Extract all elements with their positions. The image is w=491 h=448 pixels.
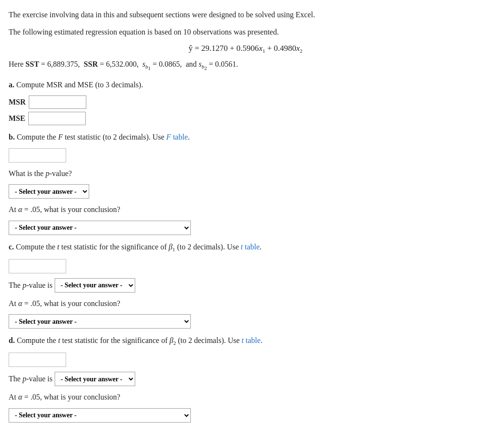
- part-d-pvalue-label: The p-value is: [9, 375, 53, 383]
- given-values: Here SST = 6,889.375, SSR = 6,532.000, s…: [9, 58, 482, 73]
- msr-label: MSR: [9, 98, 26, 106]
- part-d-conclusion-row: - Select your answer - Reject H₀ Do not …: [9, 408, 482, 423]
- part-a-label: a.: [9, 81, 14, 89]
- part-b-conclusion-select[interactable]: - Select your answer - Reject H₀ Do not …: [9, 221, 191, 235]
- part-d-conclusion-select[interactable]: - Select your answer - Reject H₀ Do not …: [9, 408, 191, 423]
- part-d-t-table-link[interactable]: t table: [242, 336, 261, 344]
- part-b-conclusion-row: - Select your answer - Reject H₀ Do not …: [9, 221, 482, 235]
- part-b-label: b.: [9, 133, 15, 141]
- msr-input[interactable]: [29, 95, 86, 109]
- part-b-F-italic: F: [58, 133, 63, 141]
- part-d-instruction: d. Compute the t test statistic for the …: [9, 334, 482, 348]
- part-c-label: c.: [9, 243, 14, 251]
- mse-row: MSE: [9, 112, 482, 125]
- intro-section: The exercise involving data in this and …: [9, 9, 482, 38]
- part-d-label: d.: [9, 336, 15, 344]
- msr-row: MSR: [9, 95, 482, 109]
- part-d-section: d. Compute the t test statistic for the …: [9, 334, 482, 422]
- mse-input[interactable]: [28, 112, 86, 125]
- part-c-instruction: c. Compute the t test statistic for the …: [9, 241, 482, 254]
- part-d-pvalue-row: The p-value is - Select your answer - le…: [9, 372, 482, 386]
- part-b-f-stat-input[interactable]: [9, 148, 66, 163]
- part-b-pvalue-label: What is the p-value?: [9, 167, 482, 180]
- part-b-instruction: b. Compute the F test statistic (to 2 de…: [9, 131, 482, 143]
- part-c-conclusion-label: At α = .05, what is your conclusion?: [9, 297, 482, 310]
- part-c-conclusion-select[interactable]: - Select your answer - Reject H₀ Do not …: [9, 314, 191, 329]
- part-c-pvalue-select[interactable]: - Select your answer - less than .01 bet…: [55, 278, 135, 293]
- part-b-section: b. Compute the F test statistic (to 2 de…: [9, 131, 482, 235]
- intro-line1: The exercise involving data in this and …: [9, 9, 482, 21]
- part-c-t-stat-input[interactable]: [9, 259, 66, 273]
- equation-display: ŷ = 29.1270 + 0.5906x1 + 0.4980x2: [9, 44, 482, 54]
- part-c-t-table-link[interactable]: t table: [241, 243, 260, 251]
- intro-line2: The following estimated regression equat…: [9, 26, 482, 38]
- part-d-pvalue-select[interactable]: - Select your answer - less than .01 bet…: [55, 372, 135, 386]
- part-c-conclusion-row: - Select your answer - Reject H₀ Do not …: [9, 314, 482, 329]
- part-d-t-italic: t: [58, 336, 60, 344]
- part-b-conclusion-label: At α = .05, what is your conclusion?: [9, 203, 482, 216]
- part-c-pvalue-label: The p-value is: [9, 281, 53, 290]
- part-d-t-stat-input[interactable]: [9, 353, 66, 367]
- part-a-section: a. Compute MSR and MSE (to 3 decimals). …: [9, 79, 482, 126]
- part-b-pvalue-row: - Select your answer - less than .01 bet…: [9, 184, 482, 199]
- part-c-t-italic: t: [57, 243, 59, 251]
- part-a-instruction: a. Compute MSR and MSE (to 3 decimals).: [9, 79, 482, 91]
- part-c-section: c. Compute the t test statistic for the …: [9, 241, 482, 329]
- part-b-f-table-link[interactable]: F table: [166, 133, 188, 141]
- part-d-conclusion-label: At α = .05, what is your conclusion?: [9, 391, 482, 403]
- given-text: Here SST = 6,889.375, SSR = 6,532.000, s…: [9, 58, 482, 73]
- mse-label: MSE: [9, 114, 25, 123]
- equation-text: ŷ = 29.1270 + 0.5906x1 + 0.4980x2: [188, 44, 303, 53]
- part-c-pvalue-row: The p-value is - Select your answer - le…: [9, 278, 482, 293]
- part-b-pvalue-select[interactable]: - Select your answer - less than .01 bet…: [9, 184, 89, 199]
